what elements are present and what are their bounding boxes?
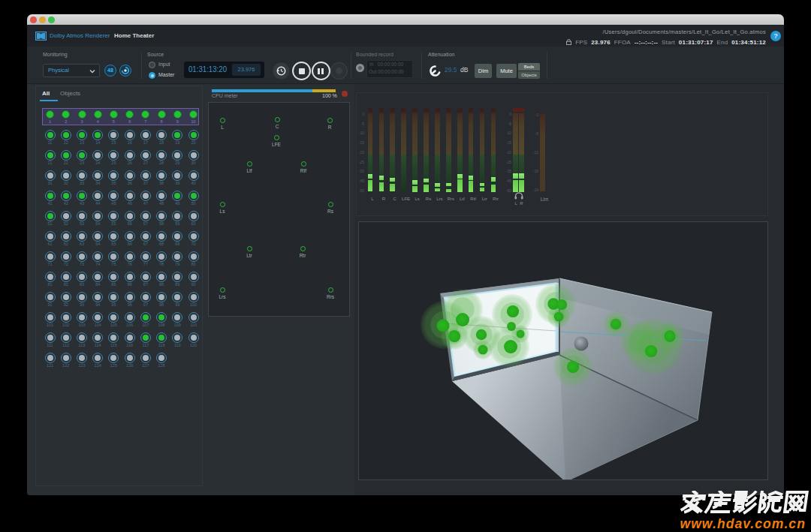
svg-text:www.hdav.com.cn: www.hdav.com.cn — [680, 516, 806, 531]
